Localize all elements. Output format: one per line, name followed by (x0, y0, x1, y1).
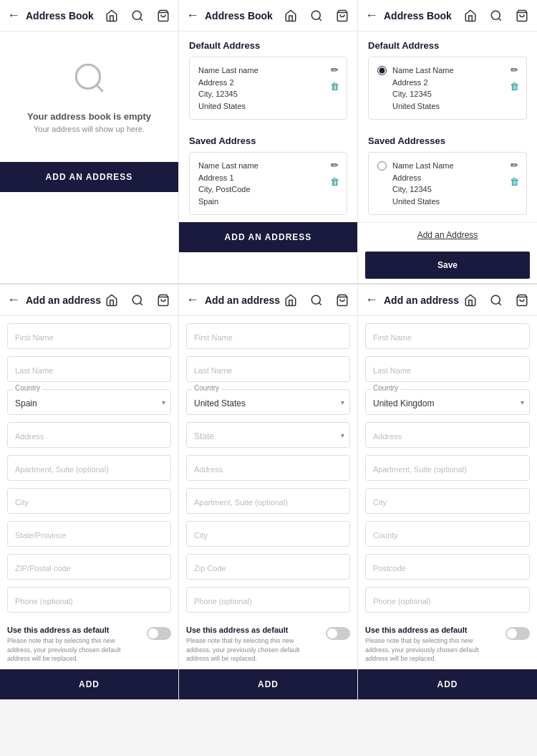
form3-address[interactable] (365, 422, 530, 448)
form2-last-name[interactable] (186, 356, 350, 382)
form2-country-select[interactable]: Spain United States United Kingdom (186, 389, 350, 415)
form1-state[interactable] (7, 521, 171, 547)
form3-country-wrap: Country Spain United States United Kingd… (365, 389, 530, 415)
form2-address[interactable] (186, 455, 350, 481)
form2-apt[interactable] (186, 488, 350, 514)
col3-default-radio[interactable] (377, 66, 387, 75)
col3-saved-delete-button[interactable]: 🗑 (510, 176, 519, 187)
svg-line-1 (140, 18, 142, 20)
svg-point-17 (491, 295, 500, 304)
form2-toggle[interactable] (326, 627, 350, 640)
col1-home-icon[interactable] (104, 8, 120, 24)
form3-city[interactable] (365, 488, 530, 514)
col2-default-delete-button[interactable]: 🗑 (330, 81, 339, 92)
col2-saved-delete-button[interactable]: 🗑 (330, 176, 339, 187)
form2-country-label: Country (192, 384, 221, 392)
form2-state-select[interactable]: State California New York Texas (186, 422, 350, 448)
form2-city[interactable] (186, 521, 350, 547)
col1-back-button[interactable]: ← (7, 8, 20, 23)
form3-search-icon[interactable] (488, 292, 504, 308)
form1-country-select[interactable]: Spain United States United Kingdom (7, 389, 171, 415)
form1-apt[interactable] (7, 455, 171, 481)
svg-point-5 (311, 11, 320, 19)
form2-header: ← Add an address (179, 284, 357, 316)
form1-city[interactable] (7, 488, 171, 514)
col3-default-delete-button[interactable]: 🗑 (510, 81, 519, 92)
form2-toggle-row: Use this address as default Please note … (179, 620, 357, 669)
col3-saved-radio[interactable] (377, 161, 387, 171)
col3-save-button[interactable]: Save (365, 252, 530, 279)
form2-state-wrap: State California New York Texas ▾ (186, 422, 350, 448)
form1-address[interactable] (7, 422, 171, 448)
col2-cart-icon[interactable] (334, 8, 350, 24)
form2-phone[interactable] (186, 587, 350, 613)
col2-saved-edit-button[interactable]: ✏ (330, 160, 339, 171)
form1-last-name[interactable] (7, 356, 171, 382)
form1-cart-icon[interactable] (155, 292, 171, 308)
form1-header-title: Add an address (26, 295, 104, 306)
form1-add-button[interactable]: ADD (0, 669, 178, 699)
form2-home-icon[interactable] (283, 292, 299, 308)
form3-last-name[interactable] (365, 356, 530, 382)
col2-default-section-label: Default Address (179, 32, 357, 57)
form3-toggle[interactable] (505, 627, 530, 640)
svg-point-3 (76, 64, 100, 88)
form3-county[interactable] (365, 521, 530, 547)
svg-line-15 (319, 302, 321, 305)
form2-search-icon[interactable] (309, 292, 324, 308)
form2-cart-icon[interactable] (334, 292, 350, 308)
col2-search-icon[interactable] (309, 8, 324, 24)
col1-add-address-button[interactable]: ADD AN ADDRESS (0, 162, 178, 192)
form1-toggle-title: Use this address as default (7, 626, 140, 634)
form1-first-name[interactable] (7, 323, 171, 349)
form3-country-select[interactable]: Spain United States United Kingdom (365, 389, 530, 415)
form3-cart-icon[interactable] (514, 292, 530, 308)
col1-header: ← Address Book (0, 0, 178, 32)
form3-phone[interactable] (365, 587, 530, 613)
form2-back-button[interactable]: ← (186, 292, 199, 307)
form2-first-name[interactable] (186, 323, 350, 349)
col3-saved-address-card: Name Last Name Address City, 12345 Unite… (368, 152, 527, 215)
col2-default-address-text: Name Last name Address 2 City, 12345 Uni… (198, 64, 326, 112)
col2-home-icon[interactable] (283, 8, 299, 24)
col3-saved-edit-button[interactable]: ✏ (510, 160, 519, 171)
form1-home-icon[interactable] (104, 292, 120, 308)
col2-back-button[interactable]: ← (186, 8, 199, 23)
form3-postcode[interactable] (365, 554, 530, 580)
col3-header: ← Address Book (358, 0, 537, 32)
col1-cart-icon[interactable] (155, 8, 171, 24)
form3-toggle-desc: Please note that by selecting this new a… (365, 636, 498, 664)
empty-state: Your address book is empty Your address … (0, 32, 178, 162)
col3-header-title: Address Book (384, 10, 463, 21)
col2-saved-address-text: Name Last name Address 1 City, PostCode … (198, 160, 326, 207)
col2-add-address-button[interactable]: ADD AN ADDRESS (179, 222, 357, 252)
form3-add-button[interactable]: ADD (358, 669, 537, 699)
form2-zip[interactable] (186, 554, 350, 580)
col2-default-address-card: Name Last name Address 2 City, 12345 Uni… (189, 57, 347, 120)
form3-apt[interactable] (365, 455, 530, 481)
col3-cart-icon[interactable] (514, 8, 530, 24)
form3-first-name[interactable] (365, 323, 530, 349)
form1-toggle[interactable] (147, 627, 171, 640)
col3-default-edit-button[interactable]: ✏ (510, 64, 519, 75)
svg-line-4 (96, 85, 102, 92)
col3-add-address-link[interactable]: Add an Address (417, 230, 478, 240)
col3-back-button[interactable]: ← (365, 8, 378, 23)
col1-search-icon[interactable] (130, 8, 145, 24)
form3-back-button[interactable]: ← (365, 292, 378, 307)
form1-zip[interactable] (7, 554, 171, 580)
svg-line-6 (319, 18, 321, 20)
svg-line-9 (498, 18, 500, 20)
form2-toggle-desc: Please note that by selecting this new a… (186, 636, 319, 664)
form2-toggle-title: Use this address as default (186, 626, 319, 634)
col3-home-icon[interactable] (463, 8, 478, 24)
form3-header: ← Add an address (358, 284, 537, 316)
form1-back-button[interactable]: ← (7, 292, 20, 307)
col2-default-edit-button[interactable]: ✏ (330, 64, 339, 75)
form1-phone[interactable] (7, 587, 171, 613)
form2-add-button[interactable]: ADD (179, 669, 357, 699)
col3-search-icon[interactable] (488, 8, 504, 24)
form1-toggle-desc: Please note that by selecting this new a… (7, 636, 140, 664)
form1-search-icon[interactable] (130, 292, 145, 308)
form3-home-icon[interactable] (463, 292, 478, 308)
